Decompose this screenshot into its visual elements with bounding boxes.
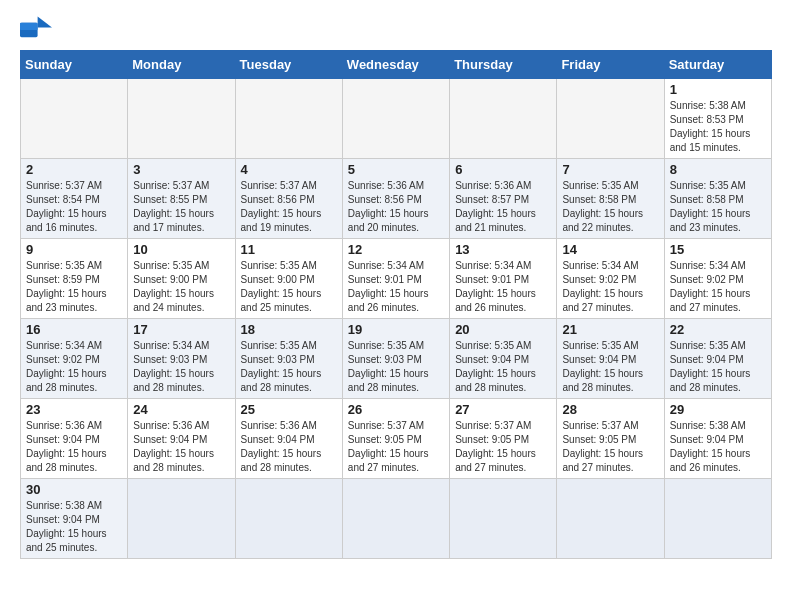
day-number: 23 bbox=[26, 402, 122, 417]
day-info: Sunrise: 5:37 AM Sunset: 8:54 PM Dayligh… bbox=[26, 179, 122, 235]
day-info: Sunrise: 5:38 AM Sunset: 9:04 PM Dayligh… bbox=[670, 419, 766, 475]
day-info: Sunrise: 5:35 AM Sunset: 9:03 PM Dayligh… bbox=[241, 339, 337, 395]
calendar-day-cell: 3Sunrise: 5:37 AM Sunset: 8:55 PM Daylig… bbox=[128, 159, 235, 239]
calendar-day-cell: 15Sunrise: 5:34 AM Sunset: 9:02 PM Dayli… bbox=[664, 239, 771, 319]
calendar-day-cell: 30Sunrise: 5:38 AM Sunset: 9:04 PM Dayli… bbox=[21, 479, 128, 559]
day-number: 29 bbox=[670, 402, 766, 417]
calendar-day-cell bbox=[342, 479, 449, 559]
calendar-day-cell bbox=[235, 79, 342, 159]
day-info: Sunrise: 5:37 AM Sunset: 9:05 PM Dayligh… bbox=[348, 419, 444, 475]
calendar-week-row: 16Sunrise: 5:34 AM Sunset: 9:02 PM Dayli… bbox=[21, 319, 772, 399]
day-info: Sunrise: 5:36 AM Sunset: 9:04 PM Dayligh… bbox=[26, 419, 122, 475]
day-number: 19 bbox=[348, 322, 444, 337]
day-number: 18 bbox=[241, 322, 337, 337]
day-info: Sunrise: 5:34 AM Sunset: 9:02 PM Dayligh… bbox=[26, 339, 122, 395]
header bbox=[20, 16, 772, 44]
weekday-header-thursday: Thursday bbox=[450, 51, 557, 79]
day-info: Sunrise: 5:34 AM Sunset: 9:02 PM Dayligh… bbox=[562, 259, 658, 315]
calendar-day-cell: 14Sunrise: 5:34 AM Sunset: 9:02 PM Dayli… bbox=[557, 239, 664, 319]
calendar-day-cell: 22Sunrise: 5:35 AM Sunset: 9:04 PM Dayli… bbox=[664, 319, 771, 399]
day-number: 7 bbox=[562, 162, 658, 177]
day-info: Sunrise: 5:36 AM Sunset: 8:56 PM Dayligh… bbox=[348, 179, 444, 235]
calendar-day-cell: 12Sunrise: 5:34 AM Sunset: 9:01 PM Dayli… bbox=[342, 239, 449, 319]
svg-rect-2 bbox=[20, 23, 38, 30]
day-number: 21 bbox=[562, 322, 658, 337]
day-number: 8 bbox=[670, 162, 766, 177]
day-number: 30 bbox=[26, 482, 122, 497]
day-number: 27 bbox=[455, 402, 551, 417]
calendar-day-cell: 10Sunrise: 5:35 AM Sunset: 9:00 PM Dayli… bbox=[128, 239, 235, 319]
day-number: 15 bbox=[670, 242, 766, 257]
day-number: 6 bbox=[455, 162, 551, 177]
day-info: Sunrise: 5:35 AM Sunset: 9:00 PM Dayligh… bbox=[133, 259, 229, 315]
day-info: Sunrise: 5:36 AM Sunset: 8:57 PM Dayligh… bbox=[455, 179, 551, 235]
day-info: Sunrise: 5:36 AM Sunset: 9:04 PM Dayligh… bbox=[241, 419, 337, 475]
day-info: Sunrise: 5:35 AM Sunset: 9:04 PM Dayligh… bbox=[455, 339, 551, 395]
calendar-day-cell bbox=[450, 79, 557, 159]
calendar-day-cell: 6Sunrise: 5:36 AM Sunset: 8:57 PM Daylig… bbox=[450, 159, 557, 239]
day-number: 22 bbox=[670, 322, 766, 337]
day-info: Sunrise: 5:35 AM Sunset: 8:59 PM Dayligh… bbox=[26, 259, 122, 315]
calendar-day-cell: 25Sunrise: 5:36 AM Sunset: 9:04 PM Dayli… bbox=[235, 399, 342, 479]
calendar-day-cell: 29Sunrise: 5:38 AM Sunset: 9:04 PM Dayli… bbox=[664, 399, 771, 479]
calendar-day-cell bbox=[21, 79, 128, 159]
calendar-week-row: 1Sunrise: 5:38 AM Sunset: 8:53 PM Daylig… bbox=[21, 79, 772, 159]
day-number: 9 bbox=[26, 242, 122, 257]
calendar-day-cell bbox=[557, 79, 664, 159]
calendar-day-cell: 19Sunrise: 5:35 AM Sunset: 9:03 PM Dayli… bbox=[342, 319, 449, 399]
calendar-week-row: 9Sunrise: 5:35 AM Sunset: 8:59 PM Daylig… bbox=[21, 239, 772, 319]
day-info: Sunrise: 5:37 AM Sunset: 9:05 PM Dayligh… bbox=[562, 419, 658, 475]
day-info: Sunrise: 5:35 AM Sunset: 9:00 PM Dayligh… bbox=[241, 259, 337, 315]
calendar-day-cell bbox=[450, 479, 557, 559]
calendar-week-row: 2Sunrise: 5:37 AM Sunset: 8:54 PM Daylig… bbox=[21, 159, 772, 239]
calendar-day-cell: 26Sunrise: 5:37 AM Sunset: 9:05 PM Dayli… bbox=[342, 399, 449, 479]
calendar-day-cell: 21Sunrise: 5:35 AM Sunset: 9:04 PM Dayli… bbox=[557, 319, 664, 399]
calendar-week-row: 30Sunrise: 5:38 AM Sunset: 9:04 PM Dayli… bbox=[21, 479, 772, 559]
calendar-day-cell bbox=[128, 79, 235, 159]
weekday-header-monday: Monday bbox=[128, 51, 235, 79]
calendar-day-cell: 13Sunrise: 5:34 AM Sunset: 9:01 PM Dayli… bbox=[450, 239, 557, 319]
day-number: 3 bbox=[133, 162, 229, 177]
day-number: 28 bbox=[562, 402, 658, 417]
day-info: Sunrise: 5:38 AM Sunset: 9:04 PM Dayligh… bbox=[26, 499, 122, 555]
day-number: 26 bbox=[348, 402, 444, 417]
weekday-header-saturday: Saturday bbox=[664, 51, 771, 79]
day-info: Sunrise: 5:38 AM Sunset: 8:53 PM Dayligh… bbox=[670, 99, 766, 155]
day-info: Sunrise: 5:37 AM Sunset: 8:56 PM Dayligh… bbox=[241, 179, 337, 235]
calendar-week-row: 23Sunrise: 5:36 AM Sunset: 9:04 PM Dayli… bbox=[21, 399, 772, 479]
day-number: 16 bbox=[26, 322, 122, 337]
day-number: 24 bbox=[133, 402, 229, 417]
day-number: 12 bbox=[348, 242, 444, 257]
day-number: 5 bbox=[348, 162, 444, 177]
day-number: 10 bbox=[133, 242, 229, 257]
day-info: Sunrise: 5:35 AM Sunset: 9:04 PM Dayligh… bbox=[670, 339, 766, 395]
weekday-header-friday: Friday bbox=[557, 51, 664, 79]
day-number: 11 bbox=[241, 242, 337, 257]
day-number: 14 bbox=[562, 242, 658, 257]
day-info: Sunrise: 5:34 AM Sunset: 9:03 PM Dayligh… bbox=[133, 339, 229, 395]
logo-icon bbox=[20, 16, 52, 44]
day-info: Sunrise: 5:37 AM Sunset: 9:05 PM Dayligh… bbox=[455, 419, 551, 475]
day-info: Sunrise: 5:34 AM Sunset: 9:02 PM Dayligh… bbox=[670, 259, 766, 315]
day-info: Sunrise: 5:35 AM Sunset: 8:58 PM Dayligh… bbox=[562, 179, 658, 235]
calendar-table: SundayMondayTuesdayWednesdayThursdayFrid… bbox=[20, 50, 772, 559]
calendar-day-cell: 2Sunrise: 5:37 AM Sunset: 8:54 PM Daylig… bbox=[21, 159, 128, 239]
day-number: 13 bbox=[455, 242, 551, 257]
day-number: 17 bbox=[133, 322, 229, 337]
calendar-day-cell: 4Sunrise: 5:37 AM Sunset: 8:56 PM Daylig… bbox=[235, 159, 342, 239]
calendar-day-cell: 7Sunrise: 5:35 AM Sunset: 8:58 PM Daylig… bbox=[557, 159, 664, 239]
day-number: 4 bbox=[241, 162, 337, 177]
logo-area bbox=[20, 16, 56, 44]
day-number: 20 bbox=[455, 322, 551, 337]
calendar-day-cell: 17Sunrise: 5:34 AM Sunset: 9:03 PM Dayli… bbox=[128, 319, 235, 399]
calendar-day-cell: 16Sunrise: 5:34 AM Sunset: 9:02 PM Dayli… bbox=[21, 319, 128, 399]
calendar-day-cell bbox=[235, 479, 342, 559]
calendar-day-cell: 9Sunrise: 5:35 AM Sunset: 8:59 PM Daylig… bbox=[21, 239, 128, 319]
calendar-day-cell: 24Sunrise: 5:36 AM Sunset: 9:04 PM Dayli… bbox=[128, 399, 235, 479]
weekday-header-row: SundayMondayTuesdayWednesdayThursdayFrid… bbox=[21, 51, 772, 79]
calendar-day-cell bbox=[557, 479, 664, 559]
day-number: 25 bbox=[241, 402, 337, 417]
calendar-day-cell bbox=[342, 79, 449, 159]
calendar-day-cell: 28Sunrise: 5:37 AM Sunset: 9:05 PM Dayli… bbox=[557, 399, 664, 479]
calendar-day-cell: 20Sunrise: 5:35 AM Sunset: 9:04 PM Dayli… bbox=[450, 319, 557, 399]
